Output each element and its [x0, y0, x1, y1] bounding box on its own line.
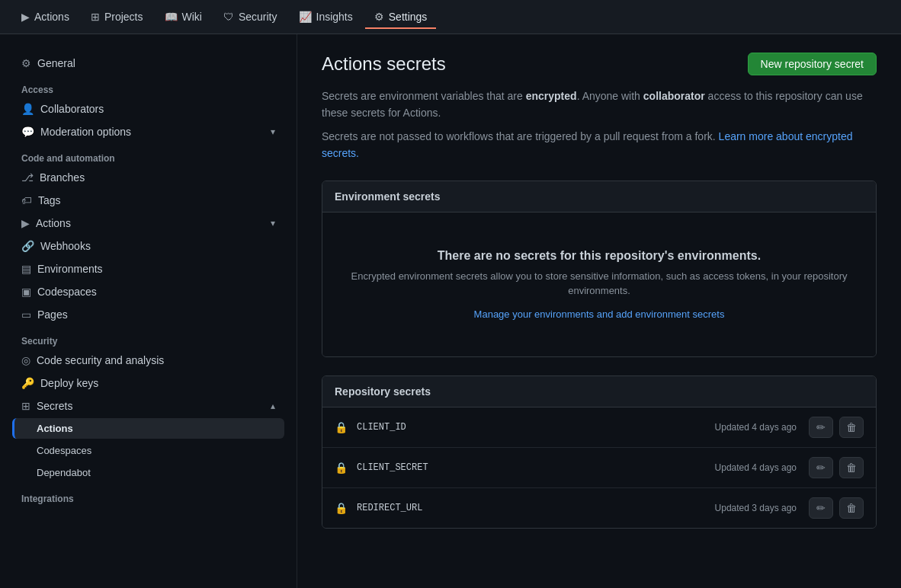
moderation-icon: 💬	[21, 126, 34, 138]
actions-sidebar-icon: ▶	[21, 217, 30, 229]
nav-settings[interactable]: ⚙ Settings	[365, 5, 437, 29]
sidebar-item-branches[interactable]: ⎇ Branches	[12, 167, 284, 188]
secret-updated-client-id: Updated 4 days ago	[715, 422, 797, 433]
sidebar-item-actions[interactable]: ▶ Actions ▾	[12, 213, 284, 234]
branches-icon: ⎇	[21, 171, 34, 184]
repository-secrets-header: Repository secrets	[322, 376, 876, 407]
pages-icon: ▭	[21, 308, 31, 321]
projects-icon: ⊞	[91, 11, 100, 23]
nav-wiki[interactable]: 📖 Wiki	[156, 5, 211, 29]
sidebar-item-codespaces-sub[interactable]: Codespaces	[12, 440, 284, 461]
secret-updated-client-secret: Updated 4 days ago	[715, 462, 797, 473]
delete-button-client-secret[interactable]: 🗑	[839, 457, 864, 478]
sidebar-item-actions-sub[interactable]: Actions	[12, 418, 284, 439]
secret-row-redirect-url: 🔒 REDIRECT_URL Updated 3 days ago ✏ 🗑	[322, 488, 876, 528]
secret-actions-redirect-url: ✏ 🗑	[809, 497, 864, 519]
repository-secrets-section: Repository secrets 🔒 CLIENT_ID Updated 4…	[322, 375, 877, 529]
page-header: Actions secrets New repository secret	[322, 53, 877, 75]
collaborators-icon: 👤	[21, 103, 34, 115]
actions-chevron-down-icon: ▾	[271, 218, 275, 228]
moderation-chevron-down-icon: ▾	[271, 126, 275, 137]
empty-state-title: There are no secrets for this repository…	[335, 249, 864, 263]
sidebar-item-general[interactable]: ⚙ General	[12, 53, 284, 74]
delete-button-client-id[interactable]: 🗑	[839, 417, 864, 438]
nav-insights[interactable]: 📈 Insights	[290, 5, 362, 29]
sidebar-item-tags[interactable]: 🏷 Tags	[12, 190, 284, 211]
settings-sidebar: ⚙ General Access 👤 Collaborators 💬 Moder…	[0, 34, 297, 588]
edit-button-client-secret[interactable]: ✏	[809, 457, 833, 478]
general-icon: ⚙	[21, 57, 31, 69]
environment-secrets-header: Environment secrets	[322, 181, 876, 213]
secret-name-redirect-url: REDIRECT_URL	[357, 503, 715, 513]
nav-security[interactable]: 🛡 Security	[214, 5, 287, 29]
lock-icon-redirect-url: 🔒	[335, 502, 348, 514]
webhooks-icon: 🔗	[21, 240, 34, 252]
secret-name-client-id: CLIENT_ID	[357, 422, 715, 433]
wiki-icon: 📖	[165, 11, 178, 23]
main-content: Actions secrets New repository secret Se…	[297, 34, 901, 588]
insights-icon: 📈	[299, 11, 312, 23]
sidebar-item-codespaces[interactable]: ▣ Codespaces	[12, 281, 284, 302]
secret-row-client-secret: 🔒 CLIENT_SECRET Updated 4 days ago ✏ 🗑	[322, 448, 876, 488]
secret-row-client-id: 🔒 CLIENT_ID Updated 4 days ago ✏ 🗑	[322, 407, 876, 448]
manage-environments-link[interactable]: Manage your environments and add environ…	[474, 308, 725, 320]
sidebar-item-dependabot-sub[interactable]: Dependabot	[12, 462, 284, 483]
sidebar-item-moderation[interactable]: 💬 Moderation options ▾	[12, 121, 284, 142]
secret-updated-redirect-url: Updated 3 days ago	[715, 503, 797, 513]
description-fork-warning: Secrets are not passed to workflows that…	[322, 128, 877, 162]
actions-icon: ▶	[21, 11, 30, 23]
tags-icon: 🏷	[21, 194, 32, 206]
sidebar-section-access: Access	[12, 75, 284, 98]
empty-state-description: Encrypted environment secrets allow you …	[335, 269, 864, 299]
edit-button-client-id[interactable]: ✏	[809, 417, 833, 438]
sidebar-item-code-security[interactable]: ◎ Code security and analysis	[12, 350, 284, 371]
secret-actions-client-id: ✏ 🗑	[809, 417, 864, 438]
sidebar-item-webhooks[interactable]: 🔗 Webhooks	[12, 235, 284, 257]
sidebar-item-collaborators[interactable]: 👤 Collaborators	[12, 98, 284, 120]
codespaces-icon: ▣	[21, 286, 31, 298]
sidebar-item-pages[interactable]: ▭ Pages	[12, 304, 284, 325]
delete-button-redirect-url[interactable]: 🗑	[839, 497, 864, 519]
deploy-keys-icon: 🔑	[21, 377, 34, 389]
secrets-icon: ⊞	[21, 400, 30, 412]
secret-name-client-secret: CLIENT_SECRET	[357, 462, 715, 473]
sidebar-item-secrets[interactable]: ⊞ Secrets ▴	[12, 395, 284, 417]
environments-icon: ▤	[21, 263, 31, 275]
sidebar-section-code-automation: Code and automation	[12, 144, 284, 167]
environment-secrets-empty-state: There are no secrets for this repository…	[322, 213, 876, 356]
security-icon: 🛡	[223, 11, 234, 23]
new-repository-secret-button[interactable]: New repository secret	[748, 53, 877, 75]
sidebar-item-deploy-keys[interactable]: 🔑 Deploy keys	[12, 372, 284, 394]
secret-actions-client-secret: ✏ 🗑	[809, 457, 864, 478]
page-layout: ⚙ General Access 👤 Collaborators 💬 Moder…	[0, 34, 901, 588]
sidebar-item-environments[interactable]: ▤ Environments	[12, 258, 284, 280]
page-title: Actions secrets	[322, 53, 446, 75]
sidebar-section-integrations: Integrations	[12, 484, 284, 507]
sidebar-section-security: Security	[12, 327, 284, 350]
settings-icon: ⚙	[374, 11, 384, 23]
lock-icon-client-secret: 🔒	[335, 462, 348, 474]
nav-projects[interactable]: ⊞ Projects	[82, 5, 152, 29]
description-encrypted: Secrets are environment variables that a…	[322, 88, 877, 122]
code-security-icon: ◎	[21, 354, 30, 366]
learn-more-link[interactable]: Learn more about encrypted secrets.	[322, 130, 852, 159]
edit-button-redirect-url[interactable]: ✏	[809, 497, 833, 519]
secrets-chevron-up-icon: ▴	[271, 401, 275, 411]
lock-icon-client-id: 🔒	[335, 421, 348, 433]
environment-secrets-section: Environment secrets There are no secrets…	[322, 181, 877, 357]
nav-actions[interactable]: ▶ Actions	[12, 5, 79, 29]
top-navigation: ▶ Actions ⊞ Projects 📖 Wiki 🛡 Security 📈…	[0, 0, 901, 34]
